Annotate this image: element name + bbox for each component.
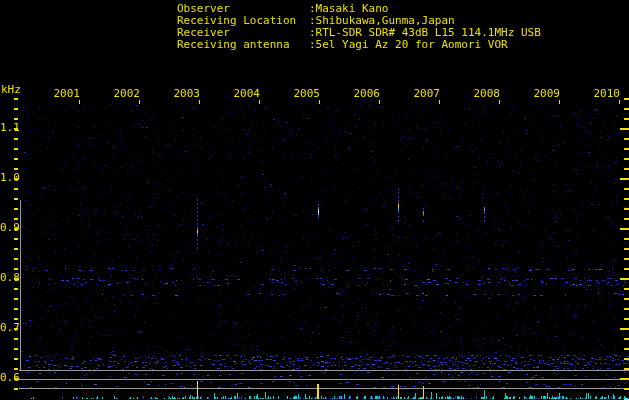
x-tick-label: 2006 — [353, 88, 380, 100]
y-tick-label: 0.8 — [0, 272, 20, 284]
x-tick-label: 2005 — [293, 88, 320, 100]
y-tick-label: 1.0 — [0, 172, 20, 184]
x-tick-label: 2007 — [413, 88, 440, 100]
x-tick-label: 2004 — [233, 88, 260, 100]
x-tick-label: 2008 — [473, 88, 500, 100]
hrofft-window: H R O F F T UT2510222000.pn meteor 25.10… — [0, 0, 629, 400]
x-tick-label: 2001 — [53, 88, 80, 100]
y-tick-label: 1.1 — [0, 122, 20, 134]
x-tick-label: 2003 — [173, 88, 200, 100]
x-tick-label: 2010 — [593, 88, 620, 100]
info-label: Receiving antenna — [177, 39, 290, 51]
info-value: :5el Yagi Az 20 for Aomori VOR — [309, 39, 508, 51]
x-tick-label: 2002 — [113, 88, 140, 100]
y-tick-label: 0.7 — [0, 322, 20, 334]
y-tick-label: 0.9 — [0, 222, 20, 234]
x-tick-label: 2009 — [533, 88, 560, 100]
spectrogram-canvas — [0, 0, 629, 400]
y-axis-unit-label: kHz — [1, 84, 21, 96]
y-tick-label: 0.6 — [0, 372, 20, 384]
